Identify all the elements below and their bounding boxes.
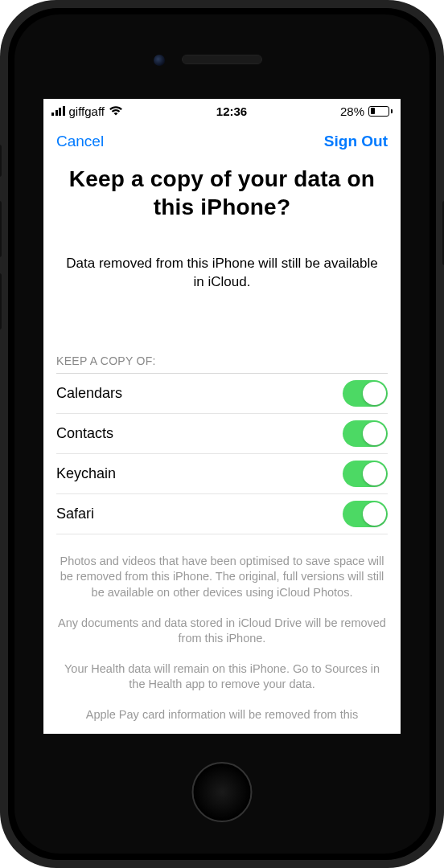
clock: 12:36	[216, 104, 247, 118]
row-contacts: Contacts	[56, 414, 388, 454]
row-keychain: Keychain	[56, 454, 388, 494]
row-safari: Safari	[56, 494, 388, 534]
nav-bar: Cancel Sign Out	[43, 123, 401, 160]
battery-percent: 28%	[340, 104, 364, 118]
row-label-calendars: Calendars	[56, 385, 122, 402]
front-camera	[154, 55, 165, 66]
row-label-keychain: Keychain	[56, 465, 116, 482]
signal-icon	[51, 106, 65, 116]
volume-down-button	[0, 273, 2, 330]
row-calendars: Calendars	[56, 374, 388, 414]
row-label-safari: Safari	[56, 506, 94, 522]
sign-out-button[interactable]: Sign Out	[324, 133, 388, 150]
toggle-keychain[interactable]	[343, 461, 388, 487]
battery-icon	[368, 106, 393, 117]
volume-up-button	[0, 201, 2, 257]
footer-p1: Photos and videos that have been optimis…	[56, 554, 388, 601]
screen: giffgaff 12:36 28%	[43, 99, 401, 734]
status-bar: giffgaff 12:36 28%	[43, 99, 401, 123]
device-frame: giffgaff 12:36 28%	[0, 0, 444, 868]
section-header: KEEP A COPY OF:	[56, 354, 388, 374]
footer-p2: Any documents and data stored in iCloud …	[56, 616, 388, 647]
home-button[interactable]	[192, 762, 253, 822]
page-subtitle: Data removed from this iPhone will still…	[56, 255, 388, 292]
carrier-label: giffgaff	[69, 104, 105, 118]
footer-text: Photos and videos that have been optimis…	[56, 554, 388, 723]
row-label-contacts: Contacts	[56, 425, 113, 442]
mute-switch	[0, 145, 2, 177]
cancel-button[interactable]: Cancel	[56, 133, 104, 150]
footer-p3: Your Health data will remain on this iPh…	[56, 661, 388, 693]
page-title: Keep a copy of your data on this iPhone?	[56, 165, 388, 221]
toggle-safari[interactable]	[343, 501, 388, 527]
footer-p4: Apple Pay card information will be remov…	[56, 707, 388, 723]
ear-speaker	[182, 55, 262, 64]
toggle-calendars[interactable]	[343, 380, 388, 407]
wifi-icon	[109, 105, 123, 117]
top-bezel	[14, 14, 430, 99]
toggle-contacts[interactable]	[343, 420, 388, 447]
bottom-bezel	[14, 734, 430, 854]
